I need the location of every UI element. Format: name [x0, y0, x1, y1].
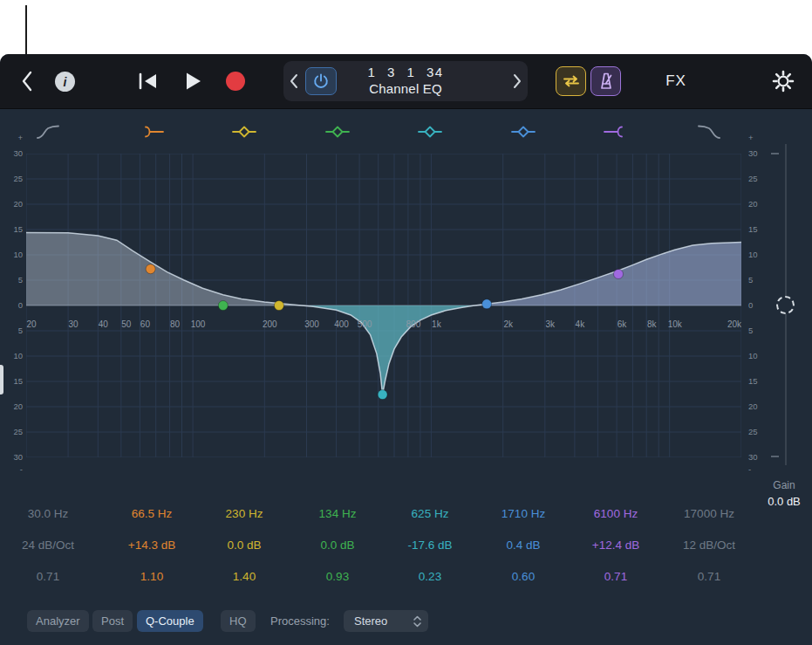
gain-slider-knob[interactable] [776, 296, 795, 314]
chevron-right-icon [513, 73, 522, 89]
db-tick-label: 0 [748, 300, 771, 311]
band-low-shelf-q-value[interactable]: 1.10 [140, 569, 163, 585]
fx-mode-button[interactable]: FX [658, 72, 693, 91]
band-high-pass-freq-value[interactable]: 30.0 Hz [28, 506, 69, 522]
analyzer-button[interactable]: Analyzer [27, 610, 89, 632]
next-plugin-button[interactable] [512, 73, 522, 89]
db-tick-label: 20 [748, 401, 771, 412]
band-bell-1-q-value[interactable]: 1.40 [233, 569, 256, 585]
db-tick-label: 20 [748, 199, 771, 209]
band-bell-4-gain-value[interactable]: 0.4 dB [506, 538, 540, 553]
freq-tick-label: 4k [576, 319, 586, 329]
band-bell-1-freq-value[interactable]: 230 Hz [226, 506, 263, 522]
band-high-shelf-q-value[interactable]: 0.71 [604, 569, 627, 585]
toolbar: i 1 3 1 34 Channel EQ [0, 54, 812, 109]
band-low-shelf-freq-value[interactable]: 66.5 Hz [132, 506, 173, 522]
band-bell-2-gain-value[interactable]: 0.0 dB [320, 538, 354, 553]
post-button[interactable]: Post [92, 610, 133, 632]
db-tick-label: 20 [2, 401, 23, 412]
logic-plugin-window: i 1 3 1 34 Channel EQ [0, 54, 812, 645]
eq-band-handle-bell-1[interactable] [274, 301, 283, 311]
db-tick-label: 25 [748, 427, 771, 437]
freq-tick-label: 8k [647, 319, 658, 329]
chevron-left-icon [20, 70, 34, 93]
band-bell-2-freq-value[interactable]: 134 Hz [319, 506, 357, 522]
db-tick-label: 30 [748, 452, 771, 463]
eq-band-icon-bell-3[interactable] [418, 125, 442, 139]
freq-tick-label: 60 [140, 319, 151, 329]
band-high-shelf-freq-value[interactable]: 6100 Hz [594, 506, 638, 522]
record-button[interactable] [226, 72, 245, 91]
eq-band-icon-bell-4[interactable] [511, 125, 536, 139]
go-to-beginning-button[interactable] [136, 72, 160, 90]
db-tick-label: 5 [748, 275, 771, 285]
plugin-power-button[interactable] [305, 67, 337, 95]
freq-tick-label: 400 [334, 319, 349, 329]
db-tick-label: 25 [748, 174, 771, 184]
cycle-icon [560, 70, 583, 93]
band-low-pass-gain-value[interactable]: 12 dB/Oct [683, 538, 735, 553]
gain-value[interactable]: 0.0 dB [756, 495, 812, 508]
db-axis-plus: + [748, 133, 771, 143]
power-icon [312, 72, 330, 90]
band-bell-3-gain-value[interactable]: -17.6 dB [407, 538, 452, 553]
freq-tick-label: 30 [69, 319, 79, 329]
band-bell-4-freq-value[interactable]: 1710 Hz [502, 506, 545, 522]
db-tick-label: 5 [2, 326, 23, 336]
band-high-pass-q-value[interactable]: 0.71 [37, 569, 59, 585]
gain-slider-min-tick [771, 456, 779, 457]
db-tick-label: 0 [2, 300, 23, 311]
freq-tick-label: 300 [304, 319, 319, 329]
band-low-pass-freq-value[interactable]: 17000 Hz [684, 506, 734, 522]
db-tick-label: 10 [748, 250, 771, 260]
select-chevrons-icon [413, 615, 428, 628]
back-button[interactable] [17, 70, 37, 93]
band-low-pass-q-value[interactable]: 0.71 [698, 569, 720, 585]
metronome-button[interactable] [590, 66, 621, 96]
play-button[interactable] [185, 72, 202, 91]
db-tick-label: 30 [2, 452, 23, 463]
band-high-shelf-gain-value[interactable]: +12.4 dB [592, 538, 639, 553]
eq-graph[interactable]: 2030405060801002003004005008001k2k3k4k6k… [26, 154, 741, 457]
band-high-pass-gain-value[interactable]: 24 dB/Oct [22, 538, 74, 553]
eq-band-icon-bell-1[interactable] [232, 125, 256, 139]
band-bell-1-gain-value[interactable]: 0.0 dB [227, 538, 261, 553]
eq-band-icon-high-pass[interactable] [36, 125, 60, 139]
freq-tick-label: 6k [618, 319, 628, 329]
db-tick-label: 15 [2, 224, 23, 235]
freq-tick-label: 20k [727, 319, 741, 329]
band-bell-3-freq-value[interactable]: 625 Hz [412, 506, 449, 522]
eq-band-handle-bell-3[interactable] [378, 390, 387, 400]
eq-band-icon-low-shelf[interactable] [140, 125, 164, 139]
settings-button[interactable] [770, 68, 796, 94]
db-tick-label: 15 [748, 224, 771, 235]
freq-tick-label: 3k [546, 319, 556, 329]
q-couple-button[interactable]: Q-Couple [137, 610, 203, 632]
band-bell-3-q-value[interactable]: 0.23 [419, 569, 441, 585]
freq-tick-label: 800 [406, 319, 421, 329]
eq-band-handle-high-shelf[interactable] [614, 270, 624, 279]
eq-band-handle-bell-2[interactable] [218, 301, 228, 311]
db-tick-label: 30 [748, 148, 771, 159]
eq-band-handle-low-shelf[interactable] [146, 264, 155, 274]
cycle-button[interactable] [556, 66, 586, 96]
freq-tick-label: 200 [263, 319, 277, 329]
db-tick-label: 25 [2, 174, 23, 184]
eq-band-handle-bell-4[interactable] [482, 299, 492, 309]
band-low-shelf-gain-value[interactable]: +14.3 dB [128, 538, 175, 553]
eq-band-icon-high-shelf[interactable] [604, 125, 628, 139]
plugin-header: 1 3 1 34 Channel EQ [283, 61, 528, 101]
band-bell-2-q-value[interactable]: 0.93 [326, 569, 349, 585]
processing-select[interactable]: Stereo [344, 610, 428, 632]
edge-drag-handle[interactable] [0, 365, 3, 395]
db-tick-label: 25 [2, 427, 23, 437]
band-bell-4-q-value[interactable]: 0.60 [512, 569, 535, 585]
eq-band-icon-low-pass[interactable] [697, 125, 721, 139]
gear-icon [771, 69, 795, 93]
eq-band-icon-bell-2[interactable] [325, 125, 350, 139]
hq-button[interactable]: HQ [221, 610, 256, 632]
info-button[interactable]: i [55, 72, 75, 92]
db-tick-label: 15 [748, 376, 771, 387]
previous-plugin-button[interactable] [289, 73, 299, 89]
freq-tick-label: 500 [358, 319, 372, 329]
